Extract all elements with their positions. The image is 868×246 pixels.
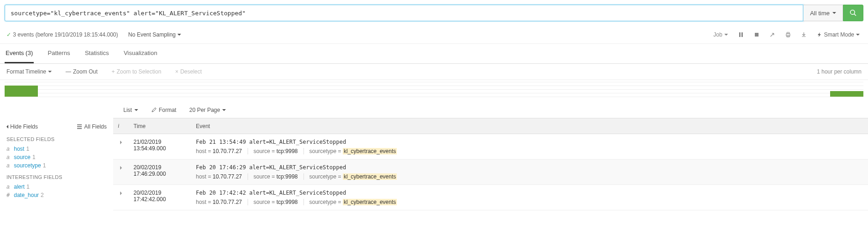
field-name-link[interactable]: source bbox=[14, 154, 30, 160]
event-meta: host = 10.70.77.27source = tcp:9998sourc… bbox=[196, 173, 863, 180]
field-count: 1 bbox=[43, 162, 46, 169]
check-icon: ✓ bbox=[6, 31, 11, 38]
field-row[interactable]: asourcetype1 bbox=[6, 161, 107, 170]
list-icon bbox=[77, 124, 82, 129]
format-button[interactable]: Format bbox=[151, 107, 176, 113]
stop-button[interactable] bbox=[752, 30, 761, 39]
zoom-out-button[interactable]: — Zoom Out bbox=[66, 68, 97, 75]
search-icon bbox=[850, 9, 857, 17]
event-meta-item[interactable]: sourcetype = kl_cybertrace_events bbox=[304, 199, 403, 205]
event-time: 20/02/201917:46:29.000 bbox=[129, 160, 191, 185]
event-meta-item[interactable]: sourcetype = kl_cybertrace_events bbox=[304, 173, 403, 180]
time-range-picker[interactable]: All time bbox=[803, 5, 843, 21]
caret-down-icon bbox=[832, 12, 836, 14]
field-type-icon: a bbox=[6, 184, 12, 190]
timeline-bar[interactable] bbox=[5, 86, 38, 97]
field-type-icon: a bbox=[6, 146, 12, 152]
event-meta-item[interactable]: source = tcp:9998 bbox=[248, 148, 304, 154]
expand-row-button[interactable] bbox=[120, 141, 122, 144]
caret-down-icon bbox=[222, 109, 226, 111]
search-input-container[interactable] bbox=[5, 5, 803, 21]
timeline-scale-label: 1 hour per column bbox=[817, 68, 862, 75]
event-time: 20/02/201917:42:42.000 bbox=[129, 185, 191, 210]
event-meta-item[interactable]: source = tcp:9998 bbox=[248, 199, 304, 205]
format-timeline-dropdown[interactable]: Format Timeline bbox=[6, 68, 52, 75]
field-count: 1 bbox=[32, 154, 36, 160]
field-count: 1 bbox=[26, 184, 30, 190]
print-button[interactable] bbox=[783, 30, 793, 39]
event-cell: Feb 20 17:42:42 alert=KL_ALERT_ServiceSt… bbox=[191, 185, 868, 210]
event-meta-item[interactable]: sourcetype = kl_cybertrace_events bbox=[304, 148, 403, 154]
field-name-link[interactable]: date_hour bbox=[14, 192, 39, 198]
search-mode-dropdown[interactable]: Smart Mode bbox=[815, 30, 862, 40]
field-name-link[interactable]: host bbox=[14, 146, 24, 152]
column-header-time[interactable]: Time bbox=[129, 118, 191, 134]
plus-icon: + bbox=[111, 68, 115, 75]
deselect-button: × Deselect bbox=[175, 68, 202, 75]
event-meta-item[interactable]: host = 10.70.77.27 bbox=[196, 148, 248, 154]
export-button[interactable] bbox=[799, 30, 808, 39]
interesting-fields-heading: INTERESTING FIELDS bbox=[6, 174, 107, 180]
field-count: 2 bbox=[41, 192, 44, 198]
event-raw-text: Feb 20 17:46:29 alert=KL_ALERT_ServiceSt… bbox=[196, 164, 863, 171]
field-count: 1 bbox=[26, 146, 30, 152]
caret-down-icon bbox=[134, 109, 138, 111]
field-type-icon: a bbox=[6, 162, 12, 169]
selected-fields-heading: SELECTED FIELDS bbox=[6, 136, 107, 142]
field-row[interactable]: asource1 bbox=[6, 153, 107, 161]
event-time: 21/02/201913:54:49.000 bbox=[129, 134, 191, 160]
hide-fields-button[interactable]: Hide Fields bbox=[6, 123, 38, 130]
event-sampling-dropdown[interactable]: No Event Sampling bbox=[128, 31, 182, 38]
tab-events[interactable]: Events (3) bbox=[5, 44, 34, 63]
tab-patterns[interactable]: Patterns bbox=[47, 44, 71, 63]
minus-icon: — bbox=[66, 68, 71, 75]
search-input[interactable] bbox=[11, 10, 797, 17]
event-meta-item[interactable]: host = 10.70.77.27 bbox=[196, 173, 248, 180]
mode-label: Smart Mode bbox=[824, 31, 854, 38]
event-meta: host = 10.70.77.27source = tcp:9998sourc… bbox=[196, 199, 863, 205]
event-meta-item[interactable]: source = tcp:9998 bbox=[248, 173, 304, 180]
display-mode-dropdown[interactable]: List bbox=[123, 107, 138, 113]
event-cell: Feb 21 13:54:49 alert=KL_ALERT_ServiceSt… bbox=[191, 134, 868, 160]
timeline-bar[interactable] bbox=[830, 91, 863, 97]
timeline-chart[interactable] bbox=[0, 80, 868, 102]
expand-row-button[interactable] bbox=[120, 166, 122, 170]
event-raw-text: Feb 20 17:42:42 alert=KL_ALERT_ServiceSt… bbox=[196, 190, 863, 196]
tab-visualization[interactable]: Visualization bbox=[123, 44, 158, 63]
field-row[interactable]: ahost1 bbox=[6, 145, 107, 153]
pencil-icon bbox=[151, 107, 157, 113]
share-icon bbox=[770, 32, 775, 37]
chevron-left-icon bbox=[6, 125, 8, 129]
download-icon bbox=[801, 32, 807, 37]
caret-down-icon bbox=[48, 71, 52, 73]
sampling-label: No Event Sampling bbox=[128, 31, 176, 38]
search-button[interactable] bbox=[843, 5, 863, 21]
share-button[interactable] bbox=[768, 30, 777, 39]
all-fields-button[interactable]: All Fields bbox=[77, 123, 107, 130]
column-header-event: Event bbox=[191, 118, 868, 134]
expand-row-button[interactable] bbox=[120, 191, 122, 195]
close-icon: × bbox=[175, 68, 178, 75]
event-meta-item[interactable]: host = 10.70.77.27 bbox=[196, 199, 248, 205]
column-header-info[interactable]: i bbox=[113, 118, 129, 134]
job-label: Job bbox=[713, 31, 722, 38]
time-range-label: All time bbox=[810, 10, 830, 17]
event-row: 20/02/201917:42:42.000Feb 20 17:42:42 al… bbox=[113, 185, 868, 210]
field-name-link[interactable]: sourcetype bbox=[14, 162, 41, 169]
caret-down-icon bbox=[856, 34, 860, 36]
caret-down-icon bbox=[177, 34, 181, 36]
field-row[interactable]: aalert1 bbox=[6, 183, 107, 191]
per-page-dropdown[interactable]: 20 Per Page bbox=[189, 107, 226, 113]
event-raw-text: Feb 21 13:54:49 alert=KL_ALERT_ServiceSt… bbox=[196, 139, 863, 145]
event-row: 21/02/201913:54:49.000Feb 21 13:54:49 al… bbox=[113, 134, 868, 160]
result-count-text: 3 events (before 19/10/2019 18:15:44.000… bbox=[13, 31, 118, 38]
field-row[interactable]: #date_hour2 bbox=[6, 191, 107, 199]
svg-rect-4 bbox=[787, 32, 789, 34]
field-name-link[interactable]: alert bbox=[14, 184, 24, 190]
job-dropdown[interactable]: Job bbox=[711, 30, 729, 40]
pause-button[interactable] bbox=[736, 30, 746, 39]
stop-icon bbox=[754, 32, 759, 37]
zoom-to-selection-button: + Zoom to Selection bbox=[111, 68, 161, 75]
tab-statistics[interactable]: Statistics bbox=[84, 44, 110, 63]
bolt-icon bbox=[817, 32, 822, 37]
